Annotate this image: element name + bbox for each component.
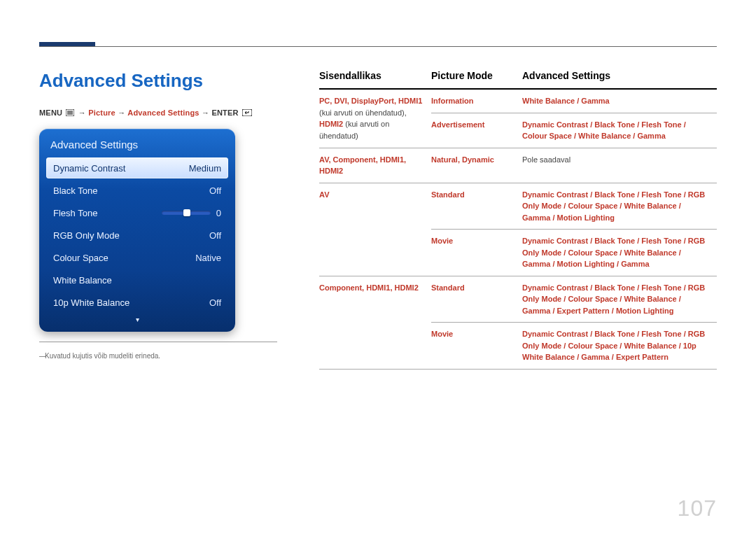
osd-row-label: Colour Space — [53, 253, 108, 263]
table-row: Component, HDMI1, HDMI2StandardDynamic C… — [319, 276, 717, 323]
osd-row-label: White Balance — [53, 275, 112, 286]
cell-advanced-settings: White Balance / Gamma — [522, 89, 717, 113]
cell-picture-mode: Movie — [431, 323, 522, 370]
cell-advanced-settings: Pole saadaval — [522, 148, 717, 183]
breadcrumb-advanced-settings: Advanced Settings — [127, 108, 199, 117]
cell-picture-mode: Standard — [431, 276, 522, 323]
osd-row-label: Dynamic Contrast — [53, 163, 125, 174]
footnote: ―Kuvatud kujutis võib mudeliti erineda. — [39, 352, 277, 360]
osd-row-value: Off — [209, 185, 221, 196]
breadcrumb-arrow: → — [78, 108, 86, 117]
osd-slider[interactable]: 0 — [162, 208, 221, 218]
cell-advanced-settings: Dynamic Contrast / Black Tone / Flesh To… — [522, 230, 717, 276]
cell-picture-mode: Standard — [431, 183, 522, 230]
page-number: 107 — [678, 496, 717, 521]
cell-advanced-settings: Dynamic Contrast / Black Tone / Flesh To… — [522, 276, 717, 323]
divider — [39, 342, 277, 342]
th-advanced-settings: Advanced Settings — [522, 70, 717, 89]
menu-icon — [66, 109, 74, 118]
osd-row[interactable]: RGB Only ModeOff — [46, 225, 228, 246]
cell-source: AV, Component, HDMI1, HDMI2 — [319, 148, 431, 183]
chevron-down-icon: ▾ — [46, 316, 228, 323]
osd-row-label: Black Tone — [53, 185, 97, 196]
cell-source: PC, DVI, DisplayPort, HDMI1 (kui arvuti … — [319, 89, 431, 148]
cell-source: AV — [319, 183, 431, 276]
cell-advanced-settings: Dynamic Contrast / Black Tone / Flesh To… — [522, 323, 717, 370]
header-rule — [39, 46, 717, 47]
osd-row-value: Off — [209, 230, 221, 241]
cell-advanced-settings: Dynamic Contrast / Black Tone / Flesh To… — [522, 113, 717, 148]
osd-title: Advanced Settings — [46, 136, 228, 157]
page-title: Advanced Settings — [39, 70, 277, 92]
osd-row[interactable]: Flesh Tone0 — [46, 202, 228, 223]
osd-row-value: 0 — [216, 208, 221, 218]
osd-row-label: RGB Only Mode — [53, 230, 120, 241]
cell-picture-mode: Information — [431, 89, 522, 113]
table-row: AVStandardDynamic Contrast / Black Tone … — [319, 183, 717, 230]
breadcrumb-arrow: → — [118, 108, 125, 117]
enter-icon — [242, 109, 252, 118]
cell-advanced-settings: Dynamic Contrast / Black Tone / Flesh To… — [522, 183, 717, 230]
cell-source: Component, HDMI1, HDMI2 — [319, 276, 431, 369]
th-picture-mode: Picture Mode — [431, 70, 522, 89]
osd-row[interactable]: Black ToneOff — [46, 180, 228, 201]
breadcrumb-menu: MENU — [39, 108, 62, 117]
cell-picture-mode: Movie — [431, 230, 522, 276]
osd-row-value: Native — [195, 253, 221, 263]
table-row: PC, DVI, DisplayPort, HDMI1 (kui arvuti … — [319, 89, 717, 113]
cell-picture-mode: Natural, Dynamic — [431, 148, 522, 183]
osd-row-label: Flesh Tone — [53, 208, 97, 218]
breadcrumb-arrow: → — [202, 108, 209, 117]
breadcrumb-picture: Picture — [88, 108, 115, 117]
settings-table: Sisendallikas Picture Mode Advanced Sett… — [319, 70, 717, 370]
cell-picture-mode: Advertisement — [431, 113, 522, 148]
osd-row[interactable]: Dynamic ContrastMedium — [46, 157, 228, 178]
osd-row[interactable]: 10p White BalanceOff — [46, 292, 228, 313]
osd-row[interactable]: White Balance — [46, 269, 228, 290]
osd-row-value: Medium — [189, 163, 221, 174]
osd-panel: Advanced Settings Dynamic ContrastMedium… — [39, 129, 235, 332]
breadcrumb: MENU → Picture → Advanced Settings → ENT… — [39, 108, 277, 118]
osd-row-value: Off — [209, 297, 221, 308]
osd-row[interactable]: Colour SpaceNative — [46, 247, 228, 268]
table-row: AV, Component, HDMI1, HDMI2Natural, Dyna… — [319, 148, 717, 183]
th-sisendallikas: Sisendallikas — [319, 70, 431, 89]
breadcrumb-enter: ENTER — [211, 108, 238, 117]
osd-row-label: 10p White Balance — [53, 297, 130, 308]
